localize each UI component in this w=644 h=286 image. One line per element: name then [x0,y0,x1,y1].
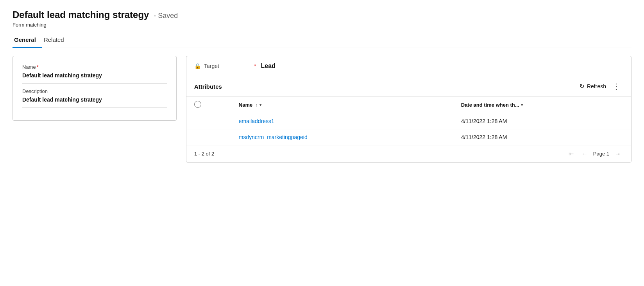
page-label: Page 1 [593,151,609,157]
tab-related[interactable]: Related [42,32,70,48]
prev-page-button[interactable]: ← [579,150,590,158]
page-subtitle: Form matching [13,22,631,28]
table-row: emailaddress1 4/11/2022 1:28 AM [186,113,631,129]
first-page-button[interactable]: ⇤ [566,149,576,158]
name-divider [22,83,167,84]
tabs-bar: General Related [13,32,631,48]
page-header: Default lead matching strategy - Saved F… [13,9,631,28]
sort-asc-icon: ↑ [256,103,258,107]
description-field-label: Description [22,88,167,94]
row-name-cell[interactable]: msdyncrm_marketingpageid [231,129,453,145]
row-checkbox-cell [186,129,231,145]
more-options-button[interactable]: ⋮ [609,81,623,92]
target-required-star: * [254,63,256,69]
row-name-cell[interactable]: emailaddress1 [231,113,453,129]
table-row: msdyncrm_marketingpageid 4/11/2022 1:28 … [186,129,631,145]
left-card: Name* Default lead matching strategy Des… [13,56,177,121]
header-checkbox[interactable] [194,101,201,108]
tab-general[interactable]: General [13,32,42,48]
name-field-value: Default lead matching strategy [22,72,167,79]
name-required-star: * [37,64,39,70]
table-header-row: Name ↑ ▾ Date and time when th... ▾ [186,97,631,113]
refresh-button[interactable]: ↻ Refresh [576,81,609,91]
row-date-cell: 4/11/2022 1:28 AM [453,129,631,145]
attributes-table: Name ↑ ▾ Date and time when th... ▾ [186,97,631,145]
pagination-info: 1 - 2 of 2 [194,151,566,157]
page-saved-status: - Saved [154,12,178,20]
attributes-header: Attributes ↻ Refresh ⋮ [186,76,631,97]
col-name-chevron-icon[interactable]: ▾ [259,103,261,107]
pagination-controls: ⇤ ← Page 1 → [566,149,623,158]
row-date-cell: 4/11/2022 1:28 AM [453,113,631,129]
lock-icon: 🔒 [194,63,201,69]
target-row: 🔒 Target * Lead [186,56,631,76]
pagination-row: 1 - 2 of 2 ⇤ ← Page 1 → [186,145,631,162]
target-value: Lead [261,63,275,70]
col-name-label: Name [239,102,252,108]
col-header-date[interactable]: Date and time when th... ▾ [453,97,631,113]
right-panel: 🔒 Target * Lead Attributes ↻ Refresh ⋮ [186,56,631,163]
col-date-label: Date and time when th... [461,102,519,108]
attribute-name-link[interactable]: msdyncrm_marketingpageid [239,134,308,140]
description-divider [22,107,167,108]
page-title: Default lead matching strategy [13,9,149,20]
col-header-checkbox [186,97,231,113]
attribute-name-link[interactable]: emailaddress1 [239,118,274,124]
row-checkbox-cell [186,113,231,129]
content-area: Name* Default lead matching strategy Des… [13,56,631,163]
description-field-value: Default lead matching strategy [22,97,167,103]
attributes-title: Attributes [194,83,576,90]
next-page-button[interactable]: → [612,150,623,158]
col-header-name[interactable]: Name ↑ ▾ [231,97,453,113]
target-label: Target [204,63,251,69]
refresh-label: Refresh [587,83,606,89]
refresh-icon: ↻ [580,83,585,90]
name-field-label: Name* [22,64,167,70]
col-date-chevron-icon[interactable]: ▾ [521,103,523,107]
